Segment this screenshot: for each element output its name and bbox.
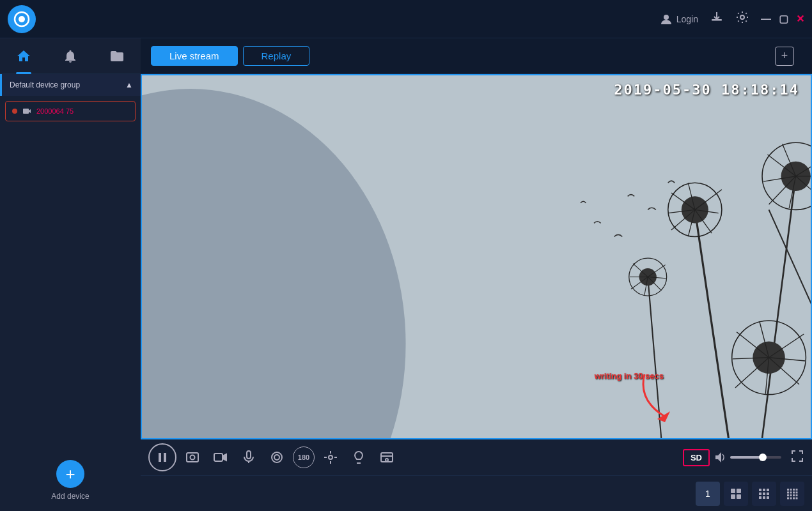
svg-rect-73 (759, 489, 761, 491)
close-button[interactable]: ✕ (796, 13, 804, 25)
video-controls-bar: 180 SD (141, 439, 812, 475)
sidebar-bottom: + Add device (0, 450, 141, 511)
nav-home[interactable] (0, 38, 47, 74)
live-stream-tab[interactable]: Live stream (151, 46, 238, 66)
record-button[interactable] (208, 445, 233, 469)
svg-rect-85 (796, 489, 798, 491)
svg-rect-75 (767, 489, 769, 491)
svg-rect-76 (759, 492, 761, 495)
replay-tab[interactable]: Replay (243, 46, 310, 66)
svg-rect-86 (787, 491, 789, 493)
fisheye-button[interactable] (265, 445, 289, 469)
sd-quality-button[interactable]: SD (683, 449, 710, 466)
svg-rect-74 (763, 489, 765, 491)
nav-files[interactable] (93, 38, 140, 74)
svg-point-59 (272, 452, 282, 462)
sidebar-collapse-icon: ▲ (125, 80, 133, 89)
device-id-label: 2000064 75 (36, 107, 74, 115)
grid-4-button[interactable] (724, 482, 748, 506)
add-device-button[interactable]: + (56, 460, 84, 488)
fullscreen-button[interactable] (790, 449, 804, 466)
svg-rect-53 (164, 453, 166, 462)
volume-control (714, 451, 781, 464)
svg-rect-94 (787, 497, 789, 499)
login-button[interactable]: Login (660, 13, 698, 26)
svg-rect-78 (767, 492, 769, 495)
download-icon[interactable] (710, 10, 724, 27)
grid-4-icon (730, 488, 742, 500)
volume-knob (759, 454, 767, 461)
svg-rect-84 (793, 489, 795, 491)
svg-point-68 (386, 459, 388, 461)
grid-9-button[interactable] (752, 482, 776, 506)
window-controls: — ▢ ✕ (761, 13, 804, 25)
svg-rect-57 (247, 451, 251, 459)
svg-rect-79 (759, 496, 761, 499)
pause-button[interactable] (148, 443, 176, 471)
svg-rect-81 (767, 496, 769, 499)
maximize-button[interactable]: ▢ (779, 13, 788, 25)
svg-rect-72 (737, 494, 741, 499)
svg-rect-56 (214, 454, 223, 461)
svg-rect-83 (790, 489, 792, 491)
svg-rect-89 (796, 491, 798, 493)
svg-rect-92 (793, 494, 795, 496)
top-bar-right: Login — ▢ ✕ (660, 10, 804, 27)
svg-point-4 (740, 15, 744, 19)
volume-slider[interactable] (730, 456, 781, 459)
video-frame: 2019-05-30 18:18:14 writing in 30 secs (141, 74, 812, 439)
video-area: 2019-05-30 18:18:14 writing in 30 secs (141, 74, 812, 511)
device-list-item[interactable]: 2000064 75 (5, 101, 136, 121)
svg-rect-96 (793, 497, 795, 499)
svg-rect-82 (787, 489, 789, 491)
device-camera-icon (22, 107, 31, 116)
app-logo (8, 5, 36, 33)
grid-16-button[interactable] (780, 482, 804, 506)
add-device-label: Add device (51, 492, 89, 501)
screenshot-button[interactable] (180, 445, 205, 469)
main-content: Default device group ▲ 2000064 75 + Add … (0, 74, 812, 511)
svg-rect-70 (737, 489, 741, 493)
svg-rect-66 (381, 453, 393, 462)
video-arrow (632, 368, 683, 425)
svg-point-60 (274, 455, 279, 460)
rotate-180-button[interactable]: 180 (293, 446, 315, 468)
svg-rect-95 (790, 497, 792, 499)
add-view-button[interactable]: + (775, 47, 794, 66)
svg-point-61 (329, 455, 332, 459)
svg-rect-97 (796, 497, 798, 499)
settings-icon[interactable] (735, 10, 749, 27)
sidebar-group-default[interactable]: Default device group ▲ (0, 74, 141, 96)
minimize-button[interactable]: — (761, 13, 771, 25)
mic-button[interactable] (237, 445, 261, 469)
device-status-dot (12, 109, 17, 114)
svg-rect-69 (731, 489, 735, 493)
grid-16-icon (786, 488, 798, 500)
svg-rect-88 (793, 491, 795, 493)
top-bar-left (8, 5, 36, 33)
grid-1-button[interactable]: 1 (696, 482, 720, 506)
svg-rect-71 (731, 494, 735, 499)
svg-rect-54 (187, 453, 198, 462)
svg-rect-77 (763, 492, 765, 495)
advanced-settings-button[interactable] (375, 445, 399, 469)
svg-rect-80 (763, 496, 765, 499)
sidebar: Default device group ▲ 2000064 75 + Add … (0, 74, 141, 511)
svg-rect-87 (790, 491, 792, 493)
nav-tab-area: Live stream Replay + (141, 38, 812, 73)
svg-rect-52 (159, 453, 161, 462)
nav-icons (0, 38, 141, 73)
svg-rect-5 (23, 109, 29, 114)
nav-alerts[interactable] (47, 38, 93, 74)
volume-icon (714, 451, 726, 464)
ptz-button[interactable] (318, 445, 343, 469)
camera-feed (142, 75, 811, 438)
camera-feed-svg (142, 75, 811, 438)
svg-point-2 (664, 15, 669, 20)
light-button[interactable] (347, 445, 371, 469)
bottom-controls: 1 (141, 475, 812, 511)
nav-bar: Live stream Replay + (0, 38, 812, 74)
svg-point-1 (19, 16, 25, 22)
svg-point-55 (191, 455, 195, 460)
svg-rect-91 (790, 494, 792, 496)
